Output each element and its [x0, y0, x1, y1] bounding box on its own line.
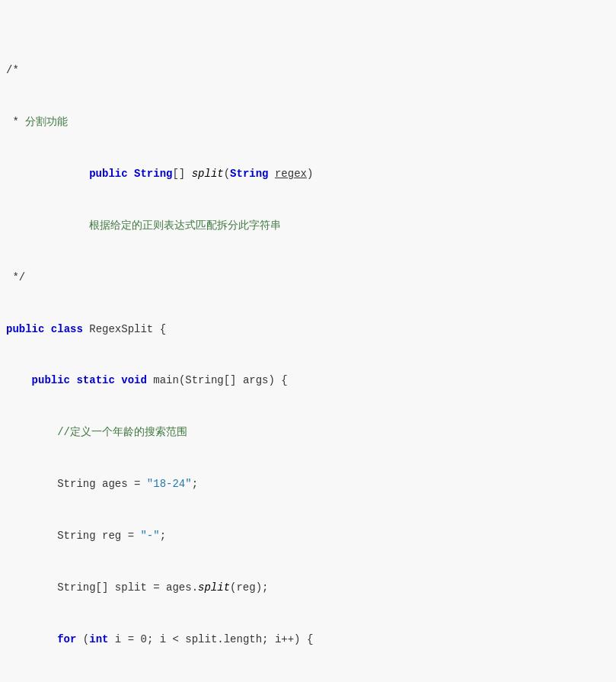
line-11: String[] split = ages.split(reg);	[0, 579, 604, 597]
code-block: /* * 分割功能 public String[] split(String r…	[0, 8, 616, 682]
line-6: public class RegexSplit {	[0, 321, 604, 338]
line-9: String ages = "18-24";	[0, 475, 604, 493]
code-container: /* * 分割功能 public String[] split(String r…	[0, 0, 616, 682]
line-10: String reg = "-";	[0, 527, 604, 545]
line-12: for (int i = 0; i < split.length; i++) {	[0, 631, 604, 648]
line-7: public static void main(String[] args) {	[0, 372, 604, 389]
line-2: * 分割功能	[0, 114, 604, 131]
line-8: //定义一个年龄的搜索范围	[0, 424, 604, 441]
line-5: */	[0, 269, 604, 287]
line-3: public String[] split(String regex)	[0, 165, 604, 183]
line-1: /*	[0, 62, 604, 79]
line-4: 根据给定的正则表达式匹配拆分此字符串	[0, 217, 604, 235]
